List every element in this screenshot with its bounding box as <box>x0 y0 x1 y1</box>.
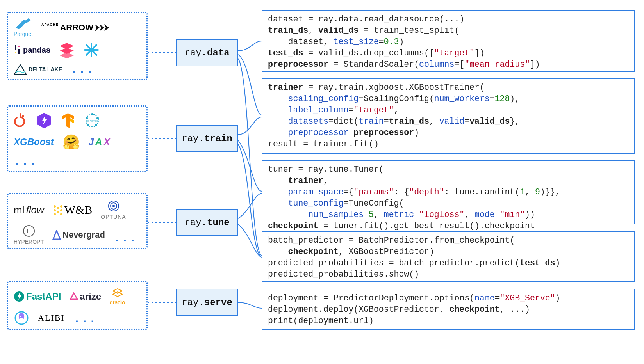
logo-lightning <box>36 112 52 129</box>
svg-marker-46 <box>70 293 77 299</box>
logo-databricks <box>59 42 75 58</box>
svg-marker-47 <box>113 289 122 293</box>
svg-point-37 <box>60 213 62 215</box>
svg-point-26 <box>95 124 97 126</box>
logo-pytorch <box>14 112 28 129</box>
logo-nevergrad: Nevergrad <box>52 230 105 240</box>
svg-text:H: H <box>27 228 31 234</box>
svg-point-25 <box>96 117 99 119</box>
logo-pandas: pandas <box>14 43 50 57</box>
code-tune: tuner = ray.tune.Tuner( trainer, param_s… <box>262 160 635 224</box>
more-icon: ... <box>114 232 137 245</box>
ecosystem-tune: mlflow W&B OPTUNA H HYPEROPT Nevergrad .… <box>7 193 148 249</box>
code-predict: batch_predictor = BatchPredictor.from_ch… <box>262 231 635 282</box>
ecosystem-serve: FastAPI arize gradio ALIBI ... <box>7 281 148 330</box>
code-data: dataset = ray.data.read_datasource(...) … <box>262 10 635 72</box>
logo-jax: JAX <box>89 137 110 147</box>
svg-rect-8 <box>18 49 20 54</box>
svg-marker-3 <box>95 24 100 31</box>
module-ray-train: ray.train <box>176 125 238 152</box>
svg-point-35 <box>60 205 62 208</box>
logo-xgboost: XGBoost <box>14 137 54 147</box>
svg-rect-9 <box>18 46 20 47</box>
svg-rect-7 <box>15 52 16 53</box>
ecosystem-data: Parquet APACHE ARROW pandas DELTA LAKE .… <box>7 12 148 80</box>
svg-point-50 <box>20 316 21 317</box>
svg-point-36 <box>60 209 62 211</box>
svg-point-24 <box>91 113 93 115</box>
ecosystem-train: HOROVOD XGBoost 🤗 JAX ... <box>7 105 148 172</box>
logo-seldon <box>14 310 29 326</box>
logo-tensorflow <box>61 112 75 129</box>
svg-point-31 <box>54 209 56 211</box>
logo-fastapi: FastAPI <box>14 291 61 302</box>
svg-point-40 <box>112 205 115 207</box>
logo-arrow: APACHE ARROW <box>41 23 111 33</box>
svg-marker-43 <box>53 231 60 239</box>
logo-alibi: ALIBI <box>38 313 65 323</box>
svg-marker-5 <box>104 24 109 31</box>
module-ray-data: ray.data <box>176 39 238 66</box>
svg-point-18 <box>22 115 24 117</box>
logo-mlflow: mlflow <box>14 204 44 216</box>
logo-huggingface: 🤗 <box>62 134 80 150</box>
svg-text:HOROVOD: HOROVOD <box>86 120 98 122</box>
svg-rect-6 <box>15 45 16 50</box>
logo-gradio: gradio <box>110 288 125 305</box>
code-serve: deployment = PredictorDeployment.options… <box>262 289 635 330</box>
svg-point-32 <box>54 213 56 215</box>
svg-marker-48 <box>113 292 122 297</box>
more-icon: ... <box>14 155 37 168</box>
module-ray-serve: ray.serve <box>176 289 238 316</box>
logo-horovod: HOROVOD <box>84 112 100 129</box>
svg-point-30 <box>54 205 56 208</box>
more-icon: ... <box>73 313 97 326</box>
module-ray-tune: ray.tune <box>176 209 238 236</box>
svg-point-27 <box>87 124 89 126</box>
svg-marker-4 <box>100 24 104 31</box>
more-icon: ... <box>71 63 94 76</box>
logo-hyperopt: H HYPEROPT <box>14 225 44 245</box>
logo-arize: arize <box>70 291 101 302</box>
logo-parquet: Parquet <box>14 18 33 37</box>
code-train: trainer = ray.train.xgboost.XGBoostTrain… <box>262 78 635 154</box>
logo-deltalake: DELTA LAKE <box>14 64 62 75</box>
svg-marker-12 <box>60 52 74 58</box>
svg-point-34 <box>57 211 59 213</box>
svg-point-28 <box>86 117 88 119</box>
logo-snowflake <box>83 42 100 58</box>
logo-wandb: W&B <box>53 203 93 217</box>
svg-point-33 <box>57 207 59 209</box>
logo-optuna: OPTUNA <box>101 200 126 220</box>
